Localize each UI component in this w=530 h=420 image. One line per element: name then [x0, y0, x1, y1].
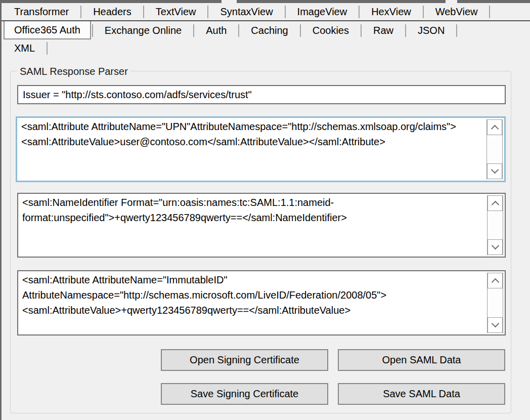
scroll-down-button[interactable]: [487, 163, 502, 179]
chevron-down-icon: [491, 166, 499, 174]
scroll-up-button[interactable]: [488, 273, 503, 288]
name-identifier-textbox[interactable]: <saml:NameIdentifier Format="urn:oasis:n…: [17, 193, 506, 258]
tab-separator: [80, 6, 81, 18]
tab-xml[interactable]: XML: [4, 39, 46, 57]
tab-separator: [405, 24, 406, 37]
tab-caching[interactable]: Caching: [240, 21, 298, 39]
tab-separator: [285, 6, 286, 18]
scroll-down-button[interactable]: [488, 239, 503, 255]
tab-separator: [300, 24, 301, 37]
inspector-panel: Transformer Headers TextView SyntaxView …: [0, 0, 530, 420]
open-saml-data-button[interactable]: Open SAML Data: [338, 349, 505, 371]
tab-row-1: Transformer Headers TextView SyntaxView …: [2, 3, 530, 20]
tab-raw[interactable]: Raw: [363, 21, 404, 39]
immutable-id-text[interactable]: <saml:Attribute AttributeName="Immutable…: [18, 271, 487, 334]
issuer-value: Issuer = "http://sts.contoso.com/adfs/se…: [23, 89, 252, 101]
chevron-down-icon: [491, 242, 499, 250]
scroll-up-button[interactable]: [487, 119, 502, 135]
save-signing-certificate-button[interactable]: Save Signing Certificate: [161, 383, 328, 405]
chevron-down-icon: [491, 320, 499, 328]
scroll-down-button[interactable]: [488, 317, 503, 333]
chevron-up-icon: [491, 278, 499, 286]
save-saml-data-button[interactable]: Save SAML Data: [338, 383, 505, 405]
chevron-up-icon: [491, 125, 499, 133]
tab-separator: [143, 6, 144, 18]
tab-separator: [92, 24, 93, 37]
tab-separator: [359, 6, 360, 18]
tab-office365-auth[interactable]: Office365 Auth: [4, 21, 91, 39]
groupbox-title: SAML Response Parser: [17, 66, 130, 77]
tab-transformer[interactable]: Transformer: [4, 3, 79, 20]
upn-attribute-textbox[interactable]: <saml:Attribute AttributeName="UPN"Attri…: [16, 116, 506, 182]
tab-separator: [361, 24, 362, 37]
left-edge-divider: [0, 0, 2, 420]
tab-json[interactable]: JSON: [407, 21, 455, 39]
tab-row-2: Office365 Auth Exchange Online Auth Cach…: [2, 20, 530, 39]
name-identifier-text[interactable]: <saml:NameIdentifier Format="urn:oasis:n…: [18, 194, 487, 257]
tab-row-3: XML: [2, 39, 530, 57]
tab-webview[interactable]: WebView: [425, 3, 489, 20]
tab-hexview[interactable]: HexView: [361, 3, 422, 20]
tab-separator: [489, 6, 490, 18]
tab-syntaxview[interactable]: SyntaxView: [209, 3, 283, 20]
tab-separator: [47, 42, 48, 55]
tab-auth[interactable]: Auth: [195, 21, 237, 39]
inspector-tabstrip: Transformer Headers TextView SyntaxView …: [2, 3, 530, 57]
saml-response-parser-groupbox: SAML Response Parser Issuer = "http://st…: [10, 71, 511, 413]
tab-textview[interactable]: TextView: [145, 3, 207, 20]
tab-imageview[interactable]: ImageView: [287, 3, 358, 20]
tab-separator: [238, 24, 239, 37]
open-signing-certificate-button[interactable]: Open Signing Certificate: [161, 349, 328, 371]
chevron-up-icon: [491, 201, 499, 209]
scroll-up-button[interactable]: [488, 195, 503, 211]
vertical-scrollbar[interactable]: [487, 273, 503, 333]
vertical-scrollbar[interactable]: [487, 119, 503, 179]
vertical-scrollbar[interactable]: [487, 195, 503, 255]
tab-separator: [193, 24, 194, 37]
tab-exchange-online[interactable]: Exchange Online: [94, 21, 192, 39]
issuer-field[interactable]: Issuer = "http://sts.contoso.com/adfs/se…: [17, 85, 506, 104]
tab-separator: [207, 6, 208, 18]
tab-headers[interactable]: Headers: [82, 3, 142, 20]
tab-cookies[interactable]: Cookies: [302, 21, 360, 39]
immutable-id-textbox[interactable]: <saml:Attribute AttributeName="Immutable…: [17, 270, 506, 335]
tab-separator: [423, 6, 424, 18]
upn-attribute-text[interactable]: <saml:Attribute AttributeName="UPN"Attri…: [17, 118, 487, 181]
tab-separator: [456, 24, 457, 37]
